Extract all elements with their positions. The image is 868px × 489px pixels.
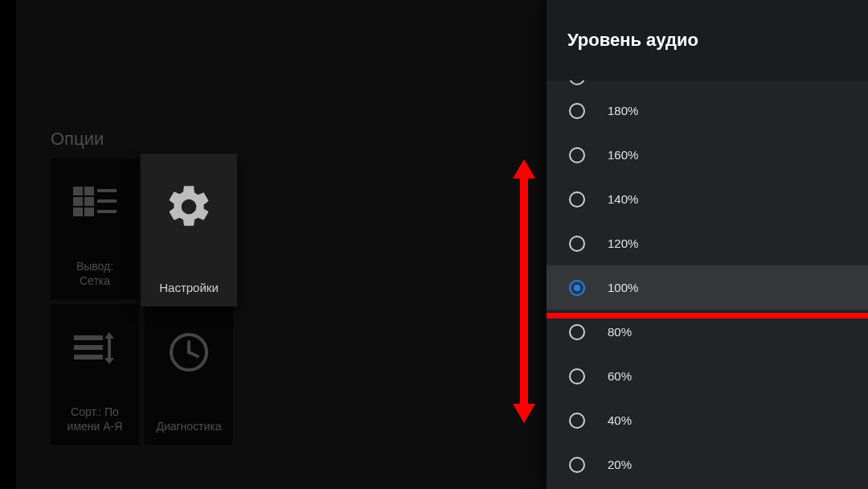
svg-rect-8 bbox=[97, 210, 117, 213]
audio-option-label: 180% bbox=[608, 104, 638, 117]
audio-option-100[interactable]: 100% bbox=[547, 265, 868, 310]
grid-icon bbox=[51, 187, 139, 219]
tile-settings-label: Настройки bbox=[141, 281, 237, 295]
radio-icon bbox=[569, 368, 585, 384]
options-title: Опции bbox=[51, 129, 104, 150]
audio-option-80[interactable]: 80% bbox=[547, 310, 868, 354]
tile-settings[interactable]: Настройки bbox=[141, 154, 237, 306]
svg-rect-0 bbox=[73, 187, 83, 195]
audio-option-40[interactable]: 40% bbox=[547, 398, 868, 442]
radio-icon bbox=[569, 80, 585, 85]
audio-option-label: 100% bbox=[608, 281, 638, 294]
svg-rect-11 bbox=[74, 355, 103, 360]
radio-icon bbox=[569, 236, 585, 252]
svg-rect-7 bbox=[97, 199, 117, 203]
svg-rect-10 bbox=[74, 345, 103, 350]
audio-option-120[interactable]: 120% bbox=[547, 221, 868, 265]
audio-option-label: 60% bbox=[608, 369, 632, 383]
audio-option-label: 140% bbox=[608, 192, 638, 206]
radio-icon bbox=[569, 413, 585, 429]
tile-diagnostics-label: Диагностика bbox=[145, 419, 233, 434]
audio-option-140[interactable]: 140% bbox=[547, 177, 868, 221]
gear-icon bbox=[141, 182, 237, 232]
clock-icon bbox=[145, 332, 233, 372]
tile-diagnostics[interactable]: Диагностика bbox=[145, 304, 233, 445]
audio-level-list[interactable]: 180% 160% 140% 120% 100% 80% bbox=[547, 80, 868, 489]
tile-output-grid-label: Вывод:Сетка bbox=[51, 259, 139, 288]
audio-option-clipped[interactable] bbox=[547, 80, 868, 88]
audio-option-160[interactable]: 160% bbox=[547, 133, 868, 177]
audio-option-label: 80% bbox=[608, 325, 632, 339]
audio-option-label: 120% bbox=[608, 236, 638, 250]
svg-rect-4 bbox=[73, 208, 83, 216]
svg-rect-5 bbox=[84, 208, 94, 216]
radio-icon bbox=[569, 324, 585, 340]
radio-icon bbox=[569, 103, 585, 119]
radio-icon bbox=[569, 147, 585, 163]
audio-option-180[interactable]: 180% bbox=[547, 88, 868, 133]
tile-output-grid[interactable]: Вывод:Сетка bbox=[51, 158, 139, 299]
radio-icon bbox=[569, 457, 585, 473]
svg-rect-1 bbox=[84, 187, 94, 195]
radio-icon bbox=[569, 191, 585, 208]
svg-rect-3 bbox=[84, 197, 94, 206]
options-background: Опции Вывод:Сетка bbox=[0, 0, 547, 489]
svg-rect-9 bbox=[74, 335, 103, 340]
svg-line-14 bbox=[189, 352, 198, 356]
audio-option-label: 160% bbox=[608, 148, 638, 162]
sort-icon bbox=[51, 332, 139, 364]
svg-rect-2 bbox=[73, 197, 83, 206]
audio-option-20[interactable]: 20% bbox=[547, 442, 868, 487]
audio-option-label: 40% bbox=[608, 413, 632, 427]
audio-level-panel: Уровень аудио 180% 160% 140% 120% bbox=[547, 0, 868, 489]
audio-option-60[interactable]: 60% bbox=[547, 354, 868, 398]
tile-sort-label: Сорт.: Поимени А-Я bbox=[51, 405, 139, 434]
panel-title: Уровень аудио bbox=[547, 0, 868, 80]
svg-rect-6 bbox=[97, 189, 117, 192]
audio-option-label: 20% bbox=[608, 458, 632, 471]
radio-selected-icon bbox=[569, 280, 585, 296]
tile-sort[interactable]: Сорт.: Поимени А-Я bbox=[51, 304, 139, 445]
left-edge-bar bbox=[0, 0, 16, 489]
